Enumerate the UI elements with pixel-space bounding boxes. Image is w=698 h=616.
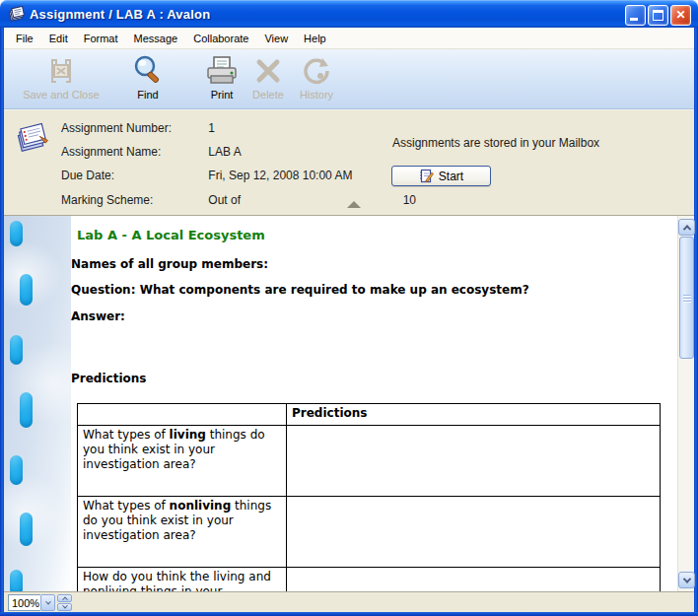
question-cell-living: What types of living things do you think… (78, 426, 287, 497)
answer-label: Answer: (71, 309, 125, 323)
menu-format[interactable]: Format (76, 31, 126, 46)
assignment-icon (14, 118, 53, 158)
question-cell-nonliving: What types of nonliving things do you th… (78, 497, 287, 568)
history-label: History (300, 89, 333, 101)
save-and-close-label: Save and Close (23, 89, 100, 101)
binding-pill (20, 392, 33, 428)
zoom-decrease-button[interactable] (57, 603, 72, 611)
app-icon (7, 5, 25, 23)
table-header-row: Predictions (78, 404, 661, 426)
predictions-table: Predictions What types of living things … (77, 403, 661, 591)
binding-pill (10, 570, 23, 591)
scroll-down-button[interactable] (678, 572, 695, 588)
close-button[interactable]: ✕ (670, 5, 691, 26)
minimize-icon (630, 18, 638, 21)
chevron-up-icon (682, 225, 690, 233)
zoom-spinner (57, 594, 72, 611)
assignment-name-label: Assignment Name: (61, 145, 205, 159)
binding-pill (10, 221, 23, 246)
start-button-label: Start (439, 170, 463, 183)
print-label: Print (211, 89, 234, 101)
window-border-right (694, 28, 698, 612)
menu-view[interactable]: View (256, 31, 296, 46)
vertical-scrollbar[interactable] (677, 216, 694, 591)
document-title: Lab A - A Local Ecosystem (77, 228, 265, 242)
document-pane: Lab A - A Local Ecosystem Names of all g… (4, 216, 677, 591)
menu-file[interactable]: File (8, 31, 41, 46)
header-cell-predictions: Predictions (287, 404, 661, 426)
table-row: What types of nonliving things do you th… (78, 497, 661, 568)
delete-button: Delete (246, 52, 290, 106)
assignment-name-row: Assignment Name: LAB A (61, 145, 242, 159)
find-icon (132, 52, 164, 89)
zoom-control: 100% (8, 594, 72, 611)
binding-pill (20, 513, 33, 546)
close-icon: ✕ (671, 8, 690, 23)
assignment-number-value: 1 (208, 121, 215, 135)
menu-message[interactable]: Message (126, 31, 186, 46)
window-border-bottom (0, 612, 698, 616)
header-cell-empty (78, 404, 287, 426)
chevron-down-icon (45, 598, 51, 604)
maximize-icon (653, 10, 663, 21)
group-members-label: Names of all group members: (71, 257, 268, 271)
question-cell-interaction: How do you think the living and nonlivin… (78, 568, 287, 592)
zoom-increase-button[interactable] (57, 594, 72, 602)
assignment-number-row: Assignment Number: 1 (61, 121, 215, 135)
menu-edit[interactable]: Edit (41, 31, 76, 46)
question-text: Question: What components are required t… (71, 283, 529, 297)
find-label: Find (137, 89, 158, 101)
answer-cell-nonliving[interactable] (287, 497, 661, 568)
window-title: Assignment / LAB A : Avalon (30, 7, 210, 22)
scrollbar-thumb[interactable] (679, 237, 694, 359)
scrollbar-grip-icon (683, 295, 691, 303)
due-date-row: Due Date: Fri, Sep 12, 2008 10:00 AM (61, 169, 352, 182)
history-icon (301, 52, 332, 89)
answer-cell-interaction[interactable] (287, 568, 661, 592)
predictions-heading: Predictions (71, 372, 146, 385)
notebook-binding-strip (4, 216, 71, 591)
zoom-value[interactable]: 100% (8, 594, 40, 611)
zoom-dropdown-button[interactable] (40, 594, 55, 611)
binding-pill (20, 274, 33, 306)
mailbox-note: Assignments are stored in your Mailbox (392, 136, 599, 150)
assignment-window: Assignment / LAB A : Avalon ✕ File Edit … (0, 0, 698, 616)
status-bar: 100% (4, 591, 694, 612)
print-icon (205, 52, 239, 89)
scroll-up-button[interactable] (678, 219, 695, 236)
marking-scheme-row: Marking Scheme: Out of 10 (61, 193, 241, 207)
minimize-button[interactable] (625, 5, 646, 26)
toolbar: Save and Close Find (4, 49, 694, 109)
binding-pill (10, 455, 23, 485)
menu-collaborate[interactable]: Collaborate (185, 31, 256, 46)
chevron-down-icon (682, 575, 690, 582)
assignment-info-panel: Assignment Number: 1 Assignment Name: LA… (4, 109, 694, 216)
assignment-number-label: Assignment Number: (61, 121, 205, 135)
due-date-label: Due Date: (61, 169, 205, 182)
delete-label: Delete (252, 89, 284, 101)
due-date-value: Fri, Sep 12, 2008 10:00 AM (208, 169, 352, 182)
history-button: History (292, 52, 341, 106)
menu-bar: File Edit Format Message Collaborate Vie… (4, 28, 694, 49)
title-bar: Assignment / LAB A : Avalon ✕ (0, 0, 698, 28)
save-and-close-icon (44, 52, 78, 89)
collapse-panel-arrow-icon[interactable] (347, 201, 361, 208)
marking-scheme-value: Out of (208, 193, 241, 207)
start-icon (419, 169, 434, 183)
binding-pill (10, 335, 23, 365)
start-button[interactable]: Start (391, 166, 491, 186)
table-row: What types of living things do you think… (78, 426, 661, 497)
save-and-close-button: Save and Close (16, 52, 106, 106)
menu-help[interactable]: Help (296, 31, 334, 46)
answer-cell-living[interactable] (287, 426, 661, 497)
print-button[interactable]: Print (199, 52, 244, 106)
chevron-down-icon (62, 603, 68, 609)
find-button[interactable]: Find (122, 52, 174, 106)
delete-icon (253, 52, 283, 89)
assignment-name-value: LAB A (208, 145, 241, 159)
maximize-button[interactable] (648, 5, 668, 26)
marking-scheme-label: Marking Scheme: (61, 193, 205, 207)
table-row: How do you think the living and nonlivin… (78, 568, 661, 592)
